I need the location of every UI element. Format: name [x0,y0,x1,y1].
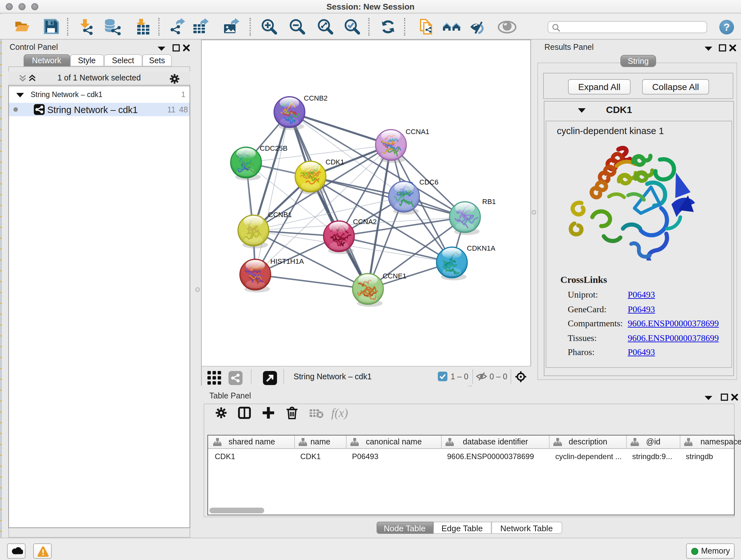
svg-text:CDC25B: CDC25B [260,144,287,152]
svg-text:CDKN1A: CDKN1A [467,244,495,252]
svg-text:CCNB2: CCNB2 [304,94,328,102]
svg-text:CDK1: CDK1 [326,158,344,166]
svg-text:RB1: RB1 [482,198,496,206]
svg-text:CCNA1: CCNA1 [406,128,429,136]
svg-text:CDC6: CDC6 [419,178,439,186]
svg-text:HIST1H1A: HIST1H1A [270,257,304,265]
svg-text:CCNA2: CCNA2 [353,218,377,226]
svg-text:CCNB1: CCNB1 [268,211,292,219]
svg-text:CCNE1: CCNE1 [383,272,407,280]
